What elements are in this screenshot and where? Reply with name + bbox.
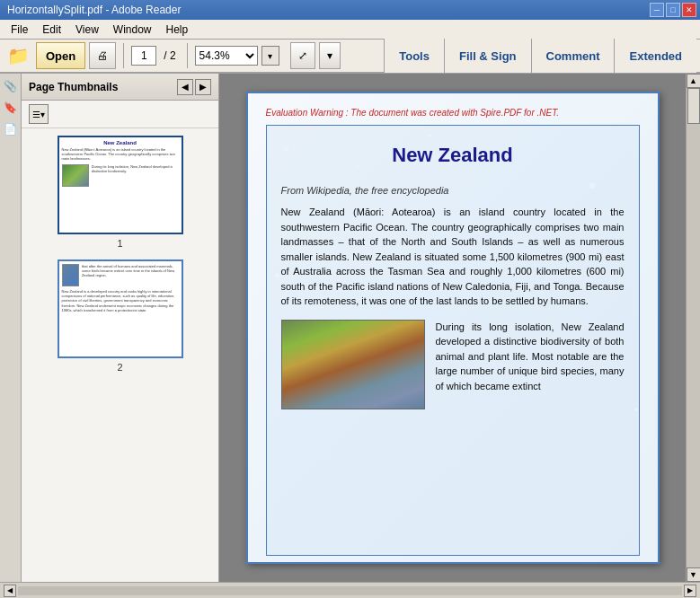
- status-scroll-left[interactable]: ◀: [4, 585, 16, 597]
- layer-icon[interactable]: 📄: [2, 120, 20, 138]
- menu-bar: File Edit View Window Help: [0, 20, 700, 40]
- separator-1: [123, 43, 124, 68]
- close-button[interactable]: ✕: [682, 3, 696, 17]
- pdf-content: Evaluation Warning : The document was cr…: [248, 93, 658, 564]
- right-scrollbar: ▲ ▼: [686, 74, 700, 582]
- thumbnail-frame-2[interactable]: that after the arrival of humans and ass…: [58, 259, 183, 358]
- fill-sign-tab[interactable]: Fill & Sign: [444, 39, 531, 73]
- extended-tab[interactable]: Extended: [614, 39, 696, 73]
- thumbnail-frame-1[interactable]: New Zealand New Zealand (Māori: Aotearoa…: [58, 136, 183, 234]
- status-track: [18, 586, 682, 595]
- bookmark-icon[interactable]: 🔖: [2, 99, 20, 117]
- pdf-title: New Zealand: [281, 136, 625, 174]
- tools-tab[interactable]: Tools: [384, 39, 444, 73]
- sidebar-tools-button[interactable]: ☰▾: [29, 104, 49, 124]
- main-container: 📎 🔖 📄 Page Thumbnails ◀ ▶ ☰▾ New Zealand: [0, 74, 700, 582]
- sidebar-nav: ◀ ▶: [177, 79, 211, 95]
- toolbar: 📁 Open 🖨 / 2 54.3% 75% 100% ▾ ⤢ ▾ Tools …: [0, 40, 700, 74]
- pdf-area: Evaluation Warning : The document was cr…: [219, 74, 686, 582]
- scroll-track: [687, 88, 701, 567]
- thumbnail-page-2: that after the arrival of humans and ass…: [58, 259, 183, 373]
- left-icons-panel: 📎 🔖 📄: [0, 74, 22, 582]
- expand-icon: ▾: [327, 49, 332, 62]
- sidebar-tools: ☰▾: [22, 101, 218, 128]
- scroll-down-button[interactable]: ▼: [687, 567, 701, 582]
- attachment-icon[interactable]: 📎: [2, 77, 20, 95]
- thumbnail-content-2: that after the arrival of humans and ass…: [59, 261, 182, 356]
- folder-icon: 📁: [7, 45, 30, 66]
- title-bar-text: HorizontallySplit.pdf - Adobe Reader: [4, 4, 181, 16]
- thumbnail-page-1: New Zealand New Zealand (Māori: Aotearoa…: [58, 136, 183, 249]
- eval-warning: Evaluation Warning : The document was cr…: [266, 108, 640, 118]
- status-bar: ◀ ▶: [0, 582, 700, 598]
- menu-view[interactable]: View: [68, 22, 106, 38]
- pdf-subtitle: From Wikipedia, the free encyclopedia: [281, 185, 625, 196]
- title-bar: HorizontallySplit.pdf - Adobe Reader ─ □…: [0, 0, 700, 20]
- status-scroll-right[interactable]: ▶: [684, 585, 696, 597]
- thumbnail-content-1: New Zealand New Zealand (Māori: Aotearoa…: [59, 137, 182, 233]
- sidebar-nav-next[interactable]: ▶: [195, 79, 211, 95]
- toolbar-right: Tools Fill & Sign Comment Extended: [384, 39, 696, 73]
- print-button[interactable]: 🖨: [89, 42, 116, 69]
- pdf-image-row: During its long isolation, New Zealand d…: [281, 320, 625, 409]
- menu-edit[interactable]: Edit: [35, 22, 68, 38]
- sidebar-header: Page Thumbnails ◀ ▶: [22, 74, 218, 101]
- open-button[interactable]: Open: [36, 42, 85, 69]
- sidebar-title: Page Thumbnails: [29, 81, 118, 93]
- thumbnail-area: New Zealand New Zealand (Māori: Aotearoa…: [22, 128, 218, 582]
- expand-button[interactable]: ▾: [319, 42, 341, 69]
- menu-help[interactable]: Help: [159, 22, 196, 38]
- thumbnail-num-1: 1: [117, 238, 122, 249]
- pdf-body-2: During its long isolation, New Zealand d…: [436, 320, 625, 409]
- pdf-page: Evaluation Warning : The document was cr…: [246, 92, 660, 564]
- zoom-dropdown-button[interactable]: ▾: [261, 46, 279, 66]
- print-icon: 🖨: [97, 49, 108, 62]
- page-input[interactable]: [131, 46, 156, 66]
- fit-page-button[interactable]: ⤢: [290, 42, 315, 69]
- menu-window[interactable]: Window: [106, 22, 159, 38]
- folder-icon-area: 📁: [4, 43, 32, 68]
- separator-2: [187, 43, 188, 68]
- maximize-button[interactable]: □: [666, 3, 680, 17]
- pdf-inner: New Zealand From Wikipedia, the free enc…: [266, 125, 640, 556]
- pdf-body-1: New Zealand (Māori: Aotearoa) is an isla…: [281, 205, 625, 309]
- title-bar-buttons: ─ □ ✕: [650, 3, 696, 17]
- zoom-select[interactable]: 54.3% 75% 100%: [195, 46, 258, 66]
- page-total: / 2: [160, 49, 179, 62]
- sidebar-nav-prev[interactable]: ◀: [177, 79, 193, 95]
- sidebar: Page Thumbnails ◀ ▶ ☰▾ New Zealand New Z…: [22, 74, 219, 582]
- minimize-button[interactable]: ─: [650, 3, 664, 17]
- scroll-up-button[interactable]: ▲: [687, 74, 701, 88]
- comment-tab[interactable]: Comment: [531, 39, 615, 73]
- scroll-thumb[interactable]: [687, 88, 700, 124]
- fit-page-icon: ⤢: [298, 49, 307, 62]
- menu-file[interactable]: File: [4, 22, 35, 38]
- pdf-image: [281, 320, 425, 409]
- thumbnail-num-2: 2: [117, 362, 122, 373]
